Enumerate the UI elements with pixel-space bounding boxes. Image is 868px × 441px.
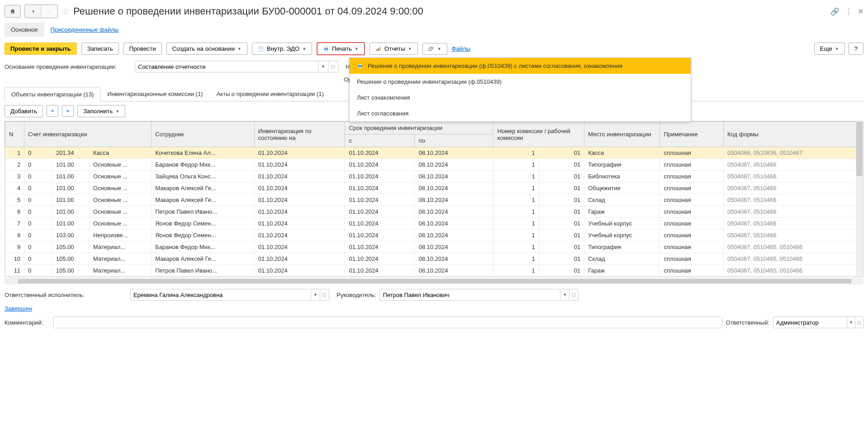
table-row[interactable]: 80103.00Непроизве...Яснов Федор Семен...… xyxy=(5,230,863,241)
open-icon[interactable]: ▢ xyxy=(855,317,863,328)
col-to[interactable]: по xyxy=(415,134,493,147)
objects-table: N Счет инвентаризации Сотрудник Инвентар… xyxy=(5,121,863,277)
reports-button[interactable]: Отчеты▼ xyxy=(370,43,418,55)
responsible-label: Ответственный: xyxy=(726,319,769,326)
internal-edo-button[interactable]: Внутр. ЭДО▼ xyxy=(252,43,312,55)
col-period[interactable]: Срок проведения инвентаризации xyxy=(345,122,493,134)
printer-icon xyxy=(323,46,329,52)
tab-attached-files[interactable]: Присоединенные файлы xyxy=(44,23,125,37)
svg-rect-2 xyxy=(260,48,262,48)
svg-rect-11 xyxy=(359,67,361,68)
table-row[interactable]: 110105.00Материал...Петров Павел Ивано..… xyxy=(5,265,863,277)
open-icon[interactable]: ▢ xyxy=(320,289,329,300)
table-row[interactable]: 50101.00Основные ...Макаров Алексей Ге..… xyxy=(5,194,863,206)
kebab-menu-icon[interactable]: ⋮ xyxy=(845,7,852,16)
link-icon[interactable]: 🔗 xyxy=(830,7,840,16)
chevron-down-icon: ▼ xyxy=(302,47,306,51)
horizontal-scrollbar[interactable] xyxy=(5,278,863,284)
forward-button[interactable] xyxy=(41,5,57,18)
comment-label: Комментарий: xyxy=(5,319,50,326)
move-up-button[interactable] xyxy=(47,105,58,117)
table-row[interactable]: 100105.00Материал...Макаров Алексей Ге..… xyxy=(5,253,863,265)
print-menu-item-4[interactable]: Лист согласования xyxy=(350,105,691,121)
table-row[interactable]: 20101.00Основные ...Баранов Федор Мих...… xyxy=(5,159,863,171)
head-label: Руководитель: xyxy=(337,292,376,298)
reason-input[interactable] xyxy=(135,63,318,70)
chevron-down-icon: ▼ xyxy=(835,47,839,51)
dropdown-icon[interactable]: ▼ xyxy=(318,61,328,72)
paperclip-icon xyxy=(428,46,435,52)
table-row[interactable]: 10201.34КассаКочеткова Елена Ал...01.10.… xyxy=(5,147,863,159)
back-button[interactable] xyxy=(25,5,41,18)
document-icon xyxy=(258,46,264,52)
col-from[interactable]: с xyxy=(345,134,415,147)
print-menu-item-3[interactable]: Лист ознакомления xyxy=(350,90,691,105)
move-down-button[interactable] xyxy=(62,105,74,117)
table-row[interactable]: 40101.00Основные ...Макаров Алексей Ге..… xyxy=(5,182,863,194)
arrow-right-icon xyxy=(46,8,52,14)
col-commission[interactable]: Номер комиссии / рабочей комиссии xyxy=(493,122,584,147)
tab-commissions[interactable]: Инвентаризационные комиссии (1) xyxy=(100,86,209,101)
col-note[interactable]: Примечание xyxy=(660,122,724,147)
print-button[interactable]: Печать▼ xyxy=(317,42,365,55)
col-formcode[interactable]: Код формы xyxy=(724,122,863,147)
favorite-star-icon[interactable]: ☆ xyxy=(62,6,70,17)
help-button[interactable]: ? xyxy=(849,43,863,55)
post-button[interactable]: Провести xyxy=(123,43,162,55)
printer-icon xyxy=(357,63,363,69)
comment-input[interactable] xyxy=(54,317,722,328)
table-row[interactable]: 60101.00Основные ...Петров Павел Ивано..… xyxy=(5,206,863,218)
chevron-down-icon: ▼ xyxy=(408,47,412,51)
resp-exec-label: Ответственный исполнитель: xyxy=(5,292,127,298)
table-row[interactable]: 90105.00Материал...Баранов Федор Мих...0… xyxy=(5,241,863,253)
page-title: Решение о проведении инвентаризации БУ00… xyxy=(73,5,423,17)
fill-button[interactable]: Заполнить▼ xyxy=(77,105,125,117)
svg-rect-1 xyxy=(260,48,262,48)
save-button[interactable]: Записать xyxy=(81,43,119,55)
open-icon[interactable]: ▢ xyxy=(569,289,578,300)
open-icon[interactable]: ▢ xyxy=(328,61,338,72)
chevron-down-icon: ▼ xyxy=(115,109,119,114)
dropdown-icon[interactable]: ▼ xyxy=(847,317,855,328)
files-link[interactable]: Файлы xyxy=(452,45,470,52)
add-button[interactable]: Добавить xyxy=(5,105,43,117)
dropdown-icon[interactable]: ▼ xyxy=(560,289,569,300)
svg-rect-10 xyxy=(359,64,361,65)
tab-main[interactable]: Основное xyxy=(5,23,44,37)
vertical-scrollbar[interactable] xyxy=(856,121,863,277)
col-asof[interactable]: Инвентаризация по состоянию на xyxy=(254,122,345,147)
chart-icon xyxy=(375,46,382,52)
svg-rect-8 xyxy=(379,47,380,51)
col-account[interactable]: Счет инвентаризации xyxy=(24,122,152,147)
tab-acts[interactable]: Акты о проведении инвентаризации (1) xyxy=(209,86,330,101)
col-n[interactable]: N xyxy=(5,122,24,147)
print-dropdown-menu: Решение о проведении инвентаризации (ф.0… xyxy=(349,58,691,122)
print-menu-item-1[interactable]: Решение о проведении инвентаризации (ф.0… xyxy=(350,58,691,74)
arrow-up-icon xyxy=(49,108,56,114)
col-employee[interactable]: Сотрудник xyxy=(152,122,255,147)
chevron-down-icon: ▼ xyxy=(355,47,359,51)
arrow-down-icon xyxy=(65,108,71,114)
col-place[interactable]: Место инвентаризации xyxy=(584,122,660,147)
close-icon[interactable]: ✕ xyxy=(858,7,863,16)
responsible-input[interactable] xyxy=(773,317,847,328)
dropdown-icon[interactable]: ▼ xyxy=(311,289,320,300)
chevron-down-icon: ▼ xyxy=(237,47,242,51)
tab-objects[interactable]: Объекты инвентаризации (13) xyxy=(5,87,100,101)
reason-label: Основание проведения инвентаризации: xyxy=(5,63,131,70)
table-row[interactable]: 70101.00Основные ...Яснов Федор Семен...… xyxy=(5,218,863,230)
table-row[interactable]: 30101.00Основные ...Зайцева Ольга Конс..… xyxy=(5,171,863,182)
post-and-close-button[interactable]: Провести и закрыть xyxy=(5,43,77,55)
resp-exec-input[interactable] xyxy=(131,289,311,300)
chevron-down-icon: ▼ xyxy=(437,47,441,51)
create-based-button[interactable]: Создать на основании▼ xyxy=(166,43,247,55)
completed-link[interactable]: Завершен xyxy=(5,305,32,312)
more-button[interactable]: Еще▼ xyxy=(814,43,845,55)
arrow-left-icon xyxy=(30,8,36,14)
print-menu-item-2[interactable]: Решение о проведении инвентаризации (ф.0… xyxy=(350,74,691,90)
home-button[interactable] xyxy=(5,5,21,18)
head-input[interactable] xyxy=(380,289,560,300)
svg-rect-6 xyxy=(376,49,377,51)
attach-button[interactable]: ▼ xyxy=(422,43,447,55)
home-icon xyxy=(9,8,16,14)
